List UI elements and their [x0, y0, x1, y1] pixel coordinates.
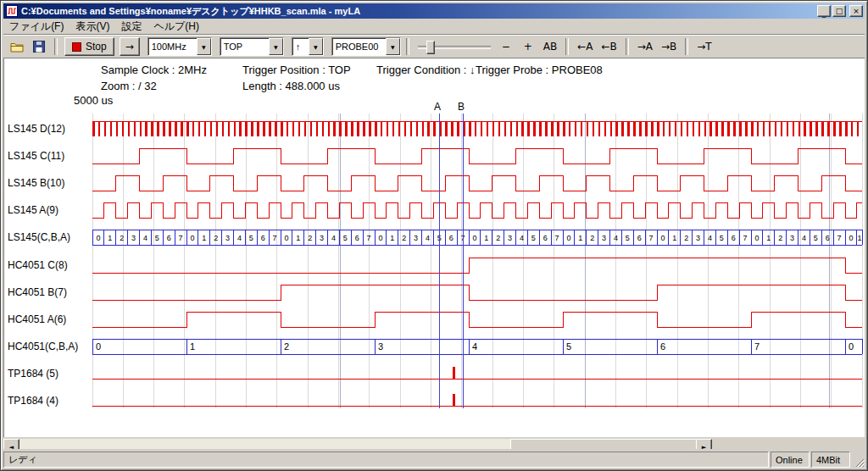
- close-icon: ×: [853, 7, 860, 15]
- open-folder-icon: [10, 42, 24, 53]
- goto-cursor-b-button[interactable]: ←B: [598, 37, 620, 56]
- toolbar-separator: [565, 38, 569, 55]
- chevron-down-icon[interactable]: ▼: [386, 38, 400, 55]
- menu-view[interactable]: 表示(V): [70, 19, 115, 35]
- menu-help[interactable]: ヘルプ(H): [147, 19, 205, 35]
- clock-select-value: 100MHz: [148, 38, 197, 55]
- goto-trigger-button[interactable]: →T: [693, 37, 715, 56]
- menubar: ファイル(F) 表示(V) 設定 ヘルプ(H): [3, 19, 865, 35]
- toolbar: Stop → 100MHz ▼ TOP ▼ ↑ ▼ PROBE00 ▼ − + …: [3, 34, 865, 59]
- set-cursor-a-button[interactable]: →A: [634, 37, 656, 56]
- toolbar-separator: [685, 38, 688, 55]
- floppy-disk-icon: [33, 41, 45, 53]
- stop-button[interactable]: Stop: [64, 37, 114, 56]
- zoom-in-button[interactable]: +: [518, 37, 538, 56]
- status-memory: 4MBit: [811, 452, 850, 468]
- goto-cursor-a-button[interactable]: ←A: [574, 37, 596, 56]
- clock-select[interactable]: 100MHz ▼: [147, 37, 212, 56]
- maximize-button[interactable]: □: [832, 5, 846, 17]
- zoom-slider-thumb[interactable]: [426, 41, 435, 54]
- save-button[interactable]: [29, 37, 49, 56]
- trigger-condition-label: Trigger Condition : ↓: [376, 64, 476, 76]
- trigger-position-select[interactable]: TOP ▼: [220, 37, 284, 56]
- window-title: C:¥Documents and Settings¥noname¥デスクトップ¥…: [21, 5, 814, 18]
- status-online: Online: [771, 452, 810, 468]
- toolbar-separator: [626, 38, 629, 55]
- chevron-down-icon[interactable]: ▼: [197, 38, 211, 55]
- trigger-probe-label: Trigger Probe : PROBE08: [476, 64, 603, 76]
- menu-file[interactable]: ファイル(F): [3, 19, 70, 35]
- zoom-slider[interactable]: [418, 38, 491, 55]
- statusbar: レディ Online 4MBit: [3, 449, 865, 468]
- app-icon: [5, 4, 19, 18]
- maximize-icon: □: [836, 7, 843, 15]
- chevron-down-icon[interactable]: ▼: [269, 38, 283, 55]
- close-button[interactable]: ×: [849, 5, 863, 17]
- trigger-probe-select[interactable]: PROBE00 ▼: [331, 37, 401, 56]
- trigger-position-value: TOP: [220, 38, 269, 55]
- length-label: Length : 488.000 us: [242, 80, 340, 92]
- chevron-down-icon[interactable]: ▼: [309, 38, 323, 55]
- trigger-edge-value: ↑: [292, 38, 309, 55]
- toolbar-separator: [54, 38, 58, 55]
- stop-label: Stop: [86, 41, 107, 53]
- resize-grip[interactable]: [852, 452, 865, 468]
- zoom-out-button[interactable]: −: [496, 37, 516, 56]
- titlebar[interactable]: C:¥Documents and Settings¥noname¥デスクトップ¥…: [3, 3, 865, 19]
- minimize-button[interactable]: _: [817, 5, 831, 17]
- app-window: C:¥Documents and Settings¥noname¥デスクトップ¥…: [0, 0, 868, 471]
- ab-cursors-button[interactable]: AB: [540, 37, 560, 56]
- status-ready: レディ: [3, 452, 769, 468]
- waveform-client: [3, 58, 865, 437]
- trigger-position-label: Trigger Position : TOP: [242, 64, 351, 76]
- toolbar-separator: [406, 38, 409, 55]
- minimize-icon: _: [822, 9, 826, 18]
- open-button[interactable]: [7, 37, 27, 56]
- zoom-label: Zoom : / 32: [101, 80, 157, 92]
- run-button[interactable]: →: [120, 37, 140, 56]
- trigger-probe-value: PROBE00: [332, 38, 386, 55]
- stop-icon: [72, 42, 81, 52]
- menu-settings[interactable]: 設定: [115, 19, 147, 35]
- time-scale-label: 5000 us: [74, 94, 113, 107]
- sample-clock-label: Sample Clock : 2MHz: [101, 64, 207, 76]
- set-cursor-b-button[interactable]: →B: [658, 37, 680, 56]
- trigger-edge-select[interactable]: ↑ ▼: [292, 37, 324, 56]
